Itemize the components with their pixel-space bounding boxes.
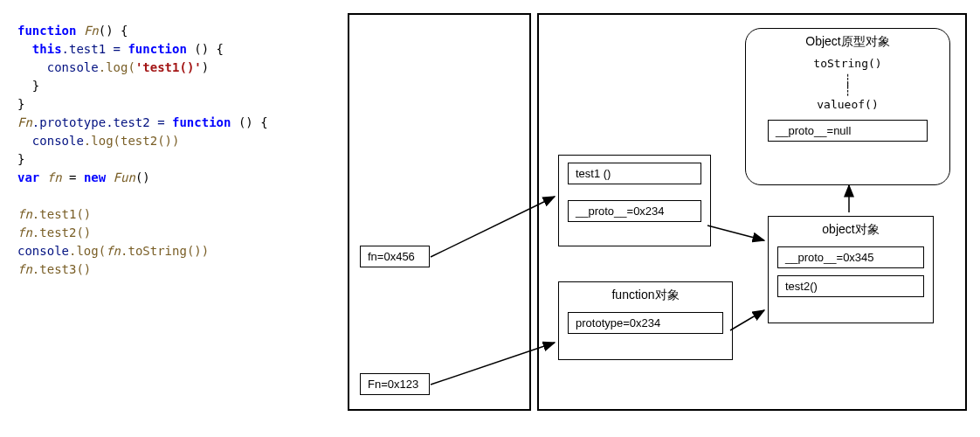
object-box: object对象 __proto__=0x345 test2() (768, 216, 934, 323)
object-proto-title: Object原型对象 (746, 29, 949, 52)
function-title: function对象 (559, 282, 732, 305)
punct: () { (187, 42, 224, 56)
method: .log( (99, 60, 135, 74)
method: .test1() (32, 207, 91, 221)
var-ref: fn (17, 207, 32, 221)
punct: } (17, 79, 39, 93)
kw-function: function (172, 115, 231, 129)
kw-this: this (32, 42, 62, 56)
punct: } (17, 152, 24, 166)
method: .test3() (32, 262, 91, 276)
string: 'test1()' (135, 60, 202, 74)
instance-field-proto: __proto__=0x234 (568, 200, 701, 222)
method: .log(test2()) (84, 134, 180, 148)
kw-new: new (84, 170, 106, 184)
kw-var: var (17, 170, 39, 184)
prop: console (17, 244, 69, 258)
method: .log( (69, 244, 106, 258)
object-proto-box: Object原型对象 toString() ┊┊ valueof() __pro… (745, 28, 950, 185)
stack-var-fn: fn=0x456 (360, 246, 430, 267)
prop: .prototype.test2 = (32, 115, 172, 129)
punct: = (62, 170, 84, 184)
prop: console (17, 60, 99, 74)
method: .test2() (32, 225, 91, 239)
method: .toString()) (121, 244, 209, 258)
kw-function: function (17, 24, 76, 38)
var-ref: fn (17, 262, 32, 276)
kw-function: function (128, 42, 186, 56)
object-field-proto: __proto__=0x345 (777, 246, 924, 268)
code-block: function Fn() { this.test1 = function ()… (17, 22, 268, 279)
object-proto-null: __proto__=null (768, 120, 928, 142)
function-box: function对象 prototype=0x234 (558, 281, 733, 360)
object-proto-valueof: valueof() (746, 96, 949, 113)
function-field-prototype: prototype=0x234 (568, 312, 723, 334)
punct: () { (231, 115, 267, 129)
stack-var-Fn: Fn=0x123 (360, 373, 430, 395)
heap-box: test1 () __proto__=0x234 function对象 prot… (537, 13, 967, 411)
instance-field-test1: test1 () (568, 163, 701, 184)
punct: } (17, 97, 24, 111)
object-field-test2: test2() (777, 275, 924, 297)
instance-box: test1 () __proto__=0x234 (558, 155, 711, 246)
var-ref: fn (106, 244, 121, 258)
vdots-icon: ┊┊ (746, 75, 949, 96)
var-ref: fn (17, 225, 32, 239)
object-title: object对象 (769, 217, 933, 239)
var-name: fn (39, 170, 61, 184)
stack-box: fn=0x456 Fn=0x123 (348, 13, 531, 411)
prop: .test1 = (62, 42, 128, 56)
punct: ) (202, 60, 209, 74)
fn-name: Fn (84, 24, 99, 38)
prop: console (17, 134, 84, 148)
fn-name: Fun (106, 170, 135, 184)
fn-name: Fn (17, 115, 32, 129)
object-proto-tostring: toString() (746, 52, 949, 75)
punct: () (135, 170, 150, 184)
punct: () { (99, 24, 128, 38)
